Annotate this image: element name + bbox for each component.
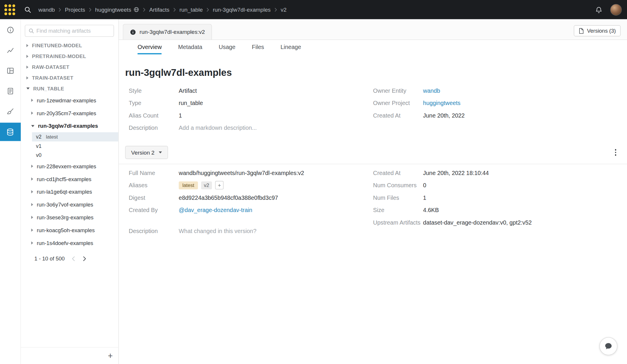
run-label: run-228evxem-examples <box>37 163 96 169</box>
breadcrumb-separator-icon <box>89 7 92 12</box>
field-label: Owner Project <box>373 100 423 106</box>
tree-run-item[interactable]: run-3o6y7vof-examples <box>21 198 118 211</box>
topbar: wandb Projects huggingtweets Artifacts r… <box>0 0 627 19</box>
info-filled-icon <box>130 29 136 35</box>
breadcrumb-item-artifacts[interactable]: Artifacts <box>149 6 169 13</box>
field-label: Num Files <box>373 194 423 201</box>
field-value: dataset-dav_erage-dozendav:v0, gpt2:v52 <box>423 219 532 225</box>
field-version-created-at: Created At June 20th, 2022 18:10:44 <box>373 167 627 179</box>
field-label: Aliases <box>129 182 179 188</box>
tab-usage[interactable]: Usage <box>219 40 235 54</box>
version-select-dropdown[interactable]: Version 2 <box>125 146 168 159</box>
field-label: Alias Count <box>129 112 179 118</box>
file-tabstrip: run-3gqlw7dl-examples:v2 Versions (3) <box>119 19 627 40</box>
tab-overview[interactable]: Overview <box>137 40 162 54</box>
panels-icon <box>6 67 14 75</box>
tree-category-raw-dataset[interactable]: RAW-DATASET <box>21 62 118 72</box>
field-label: Upstream Artifacts <box>373 219 423 225</box>
help-chat-button[interactable] <box>599 337 617 355</box>
tree-category-train-dataset[interactable]: TRAIN-DATASET <box>21 72 118 83</box>
tree-run-item[interactable]: run-cd1jhcf5-examples <box>21 173 118 186</box>
tree-run-item[interactable]: run-koacg5oh-examples <box>21 224 118 237</box>
created-by-link[interactable]: @dav_erage-dozendav-train <box>179 207 252 213</box>
wandb-logo[interactable] <box>4 4 15 15</box>
field-value: 4.6KB <box>423 207 439 213</box>
broom-icon <box>6 108 14 116</box>
breadcrumb-separator-icon <box>206 7 209 12</box>
field-value: 0 <box>423 182 426 188</box>
owner-entity-link[interactable]: wandb <box>423 87 440 94</box>
line-chart-icon <box>6 46 14 54</box>
tree-version-v1[interactable]: v1 <box>32 141 119 151</box>
tree-run-item[interactable]: run-1zewdmar-examples <box>21 94 118 107</box>
tab-metadata[interactable]: Metadata <box>178 40 202 54</box>
breadcrumb-item-artifact[interactable]: run-3gqlw7dl-examples <box>213 6 271 13</box>
field-full-name: Full Name wandb/huggingtweets/run-3gqlw7… <box>129 167 373 179</box>
tree-run-item[interactable]: run-228evxem-examples <box>21 160 118 173</box>
field-upstream-artifacts: Upstream Artifacts dataset-dav_erage-doz… <box>373 216 627 228</box>
description-placeholder[interactable]: Add a markdown description... <box>179 125 257 131</box>
tree-category-finetuned-model[interactable]: FINETUNED-MODEL <box>21 40 118 51</box>
tree-version-v2[interactable]: v2 latest <box>32 132 119 141</box>
breadcrumb-item-entity[interactable]: wandb <box>39 6 55 13</box>
tree-run-item[interactable]: run-1s4doefv-examples <box>21 237 118 249</box>
breadcrumb-item-type[interactable]: run_table <box>180 6 203 13</box>
tree-version-v0[interactable]: v0 <box>32 150 119 160</box>
category-label: PRETRAINED-MODEL <box>32 53 86 59</box>
rail-item-artifacts[interactable] <box>0 123 21 141</box>
database-icon <box>6 128 15 136</box>
caret-right-icon <box>31 241 33 244</box>
search-icon[interactable] <box>21 3 34 17</box>
rail-item-reports[interactable] <box>0 82 21 100</box>
tree-run-item[interactable]: run-la1ge6qt-examples <box>21 186 118 198</box>
field-style: Style Artifact <box>129 84 373 97</box>
breadcrumb: wandb Projects huggingtweets Artifacts r… <box>39 6 287 13</box>
versions-button[interactable]: Versions (3) <box>574 25 621 36</box>
caret-right-icon <box>31 203 33 206</box>
owner-project-link[interactable]: huggingtweets <box>423 100 460 106</box>
breadcrumb-item-version[interactable]: v2 <box>281 6 286 13</box>
pagination-next-icon[interactable] <box>82 255 87 262</box>
notifications-bell-icon[interactable] <box>595 6 602 13</box>
caret-down-icon <box>31 125 34 127</box>
breadcrumb-separator-icon <box>274 7 277 12</box>
alias-tag-v2: v2 <box>201 181 212 189</box>
tab-title: run-3gqlw7dl-examples:v2 <box>140 29 205 35</box>
rail-item-charts[interactable] <box>0 41 21 60</box>
version-description-placeholder[interactable]: What changed in this version? <box>179 228 256 234</box>
tree-category-run-table[interactable]: RUN_TABLE <box>21 83 118 94</box>
field-size: Size 4.6KB <box>373 204 627 216</box>
user-avatar[interactable] <box>610 4 622 15</box>
version-fields: Full Name wandb/huggingtweets/run-3gqlw7… <box>119 167 627 237</box>
tree-category-pretrained-model[interactable]: PRETRAINED-MODEL <box>21 51 118 62</box>
breadcrumb-item-project[interactable]: huggingtweets <box>95 6 131 13</box>
field-value: June 20th, 2022 <box>423 112 464 118</box>
add-artifact-button[interactable]: + <box>108 352 113 360</box>
tab-lineage[interactable]: Lineage <box>281 40 301 54</box>
field-alias-count: Alias Count 1 <box>129 109 373 121</box>
page-title: run-3gqlw7dl-examples <box>125 67 627 79</box>
caret-right-icon <box>26 76 28 79</box>
artifact-sidebar: FINETUNED-MODEL PRETRAINED-MODEL RAW-DAT… <box>21 19 119 364</box>
artifact-version-tab[interactable]: run-3gqlw7dl-examples:v2 <box>123 24 212 39</box>
category-label: TRAIN-DATASET <box>32 75 74 80</box>
rail-item-panels[interactable] <box>0 62 21 80</box>
field-label: Created By <box>129 207 179 213</box>
version-select-label: Version 2 <box>131 149 154 156</box>
tree-run-item[interactable]: run-20y35cm7-examples <box>21 107 118 120</box>
artifact-search-input[interactable] <box>36 28 110 34</box>
document-icon <box>579 28 584 34</box>
pagination-prev-icon[interactable] <box>71 255 76 262</box>
run-label: run-1s4doefv-examples <box>37 240 93 246</box>
tree-run-item[interactable]: run-3sese3rg-examples <box>21 211 118 224</box>
overflow-menu-icon[interactable] <box>613 147 618 158</box>
rail-item-sweeps[interactable] <box>0 102 21 121</box>
tree-run-item-expanded[interactable]: run-3gqlw7dl-examples <box>21 120 118 132</box>
caret-right-icon <box>31 177 33 181</box>
add-alias-button[interactable]: + <box>215 181 224 190</box>
detail-tabs: Overview Metadata Usage Files Lineage <box>119 40 627 54</box>
field-label: Created At <box>373 112 423 118</box>
rail-item-info[interactable] <box>0 21 21 39</box>
tab-files[interactable]: Files <box>252 40 264 54</box>
breadcrumb-item-projects[interactable]: Projects <box>65 6 85 13</box>
